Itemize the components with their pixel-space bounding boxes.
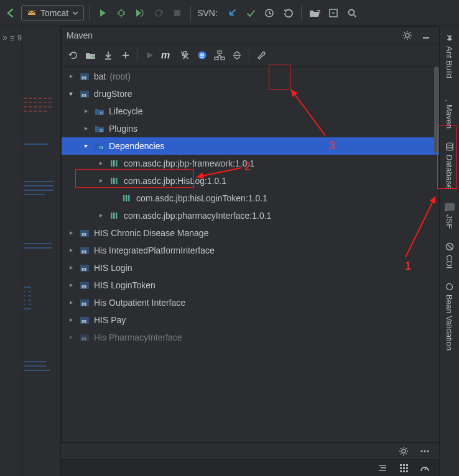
tree-node-lifecycle[interactable]: Lifecycle xyxy=(62,103,439,120)
tab-ant-build[interactable]: Ant Build xyxy=(443,31,455,81)
execute-goal-button[interactable]: m xyxy=(159,47,175,63)
tree-node-bat[interactable]: m bat (root) xyxy=(62,68,439,85)
tree-node-module[interactable]: m HIS Login xyxy=(62,259,439,277)
svg-rect-63 xyxy=(423,37,429,39)
svg-rect-134 xyxy=(406,470,408,472)
stop-button xyxy=(169,5,185,21)
tree-node-module[interactable]: m His PharmacyInterface xyxy=(62,329,439,346)
tree-dep-item[interactable]: com.asdc.jbp:HisLog:1.0.1 xyxy=(62,172,439,190)
tree-dep-item[interactable]: com.asdc.jbp:hisLoginToken:1.0.1 xyxy=(62,190,439,207)
download-sources-button[interactable] xyxy=(100,47,116,63)
reload-button[interactable] xyxy=(65,47,81,63)
svg-line-117 xyxy=(406,454,407,455)
svg-text:m: m xyxy=(81,266,86,272)
run-config-selector[interactable]: Tomcat xyxy=(21,5,84,21)
collapse-all-button[interactable] xyxy=(229,47,245,63)
add-project-button[interactable] xyxy=(83,47,99,63)
run-config-label: Tomcat xyxy=(40,8,68,18)
svg-rect-127 xyxy=(403,464,405,466)
library-icon xyxy=(109,159,120,168)
svg-rect-123 xyxy=(379,465,386,466)
maven-m-icon: m xyxy=(445,92,454,101)
maven-projects-tree[interactable]: m bat (root) m drugStore Lifecycle Plugi… xyxy=(62,66,439,442)
settings-wrench-button[interactable] xyxy=(253,47,269,63)
vcs-commit-button[interactable] xyxy=(243,5,259,21)
tab-cdi[interactable]: CDI xyxy=(443,240,455,271)
toggle-offline-button[interactable] xyxy=(177,47,193,63)
library-icon xyxy=(121,194,132,203)
svg-text:m: m xyxy=(81,92,86,98)
run-button[interactable] xyxy=(95,5,111,21)
tab-maven[interactable]: m Maven xyxy=(443,89,455,131)
grid-icon[interactable] xyxy=(396,460,412,476)
search-icon[interactable] xyxy=(344,5,360,21)
svg-line-62 xyxy=(410,32,411,34)
svg-line-7 xyxy=(118,14,119,14)
tree-dep-item[interactable]: com.asdc.jbp:pharmacyInterface:1.0.1 xyxy=(62,207,439,224)
tree-node-module[interactable]: m HIS LoginToken xyxy=(62,277,439,294)
tree-node-module[interactable]: m HIS Pay xyxy=(62,311,439,329)
debug-button[interactable] xyxy=(113,5,129,21)
run-coverage-button[interactable] xyxy=(132,5,148,21)
svg-line-6 xyxy=(124,12,125,12)
jsf-icon: JSF xyxy=(445,203,455,211)
svg-line-61 xyxy=(404,37,406,39)
svg-point-122 xyxy=(427,451,429,452)
scrollbar-thumb[interactable] xyxy=(434,66,439,153)
vcs-update-button[interactable] xyxy=(224,5,240,21)
svg-line-119 xyxy=(406,448,407,449)
svg-rect-86 xyxy=(113,160,115,167)
svg-point-2 xyxy=(119,11,124,16)
run-maven-button[interactable] xyxy=(142,47,158,63)
tab-jsf[interactable]: JSF JSF xyxy=(443,201,456,231)
svg-line-5 xyxy=(118,12,119,12)
gauge-icon[interactable] xyxy=(417,460,433,476)
bean-icon xyxy=(445,282,454,291)
back-icon[interactable] xyxy=(2,5,19,21)
maven-module-icon: m xyxy=(79,89,90,99)
tomcat-icon xyxy=(27,8,37,18)
svg-rect-132 xyxy=(400,470,402,472)
svg-rect-89 xyxy=(113,178,115,184)
vcs-revert-button[interactable] xyxy=(280,5,296,21)
panel-minimize-button[interactable] xyxy=(418,27,434,43)
svg-rect-133 xyxy=(403,470,405,472)
line-indicator: 9 xyxy=(2,34,22,42)
gear-icon[interactable] xyxy=(396,443,412,459)
svg-point-43 xyxy=(448,38,451,41)
svg-line-8 xyxy=(124,14,125,14)
show-dependencies-button[interactable] xyxy=(211,47,228,63)
svg-rect-94 xyxy=(111,213,113,219)
svg-rect-128 xyxy=(406,464,408,466)
tree-node-module[interactable]: m His IntegratedPlatformInterface xyxy=(62,242,439,259)
select-opened-file-icon[interactable] xyxy=(325,5,341,21)
svg-line-53 xyxy=(448,245,452,249)
svg-rect-82 xyxy=(100,146,100,149)
tab-bean-validation[interactable]: Bean Validation xyxy=(443,280,455,353)
svg-rect-92 xyxy=(126,195,128,201)
tab-database[interactable]: Database xyxy=(443,140,455,192)
maven-module-icon: m xyxy=(79,315,90,325)
tree-node-drugstore[interactable]: m drugStore xyxy=(62,85,439,103)
more-icon[interactable] xyxy=(417,443,433,459)
code-minimap[interactable] xyxy=(22,26,61,476)
add-button[interactable] xyxy=(118,47,134,63)
tree-dep-item[interactable]: com.asdc.jbp:jbp-framework:1.0.1 xyxy=(62,155,439,172)
ant-icon xyxy=(445,34,454,42)
svg-point-13 xyxy=(348,9,354,15)
left-gutter: 9 xyxy=(0,26,22,476)
folder-open-icon[interactable] xyxy=(307,5,323,21)
tree-node-dependencies[interactable]: Dependencies xyxy=(62,137,439,155)
toggle-skip-tests-button[interactable] xyxy=(194,47,210,63)
svg-point-54 xyxy=(406,34,409,37)
svg-text:m: m xyxy=(161,50,170,60)
vcs-history-button[interactable] xyxy=(261,5,277,21)
align-icon[interactable] xyxy=(374,460,391,476)
tree-node-module[interactable]: m His Outpatient Interface xyxy=(62,294,439,311)
panel-settings-button[interactable] xyxy=(399,27,415,43)
maven-module-icon: m xyxy=(79,228,90,238)
tree-node-module[interactable]: m HIS Chronic Disease Manage xyxy=(62,224,439,242)
svg-rect-129 xyxy=(400,467,402,469)
tree-node-plugins[interactable]: Plugins xyxy=(62,120,439,137)
svg-rect-126 xyxy=(400,464,402,466)
